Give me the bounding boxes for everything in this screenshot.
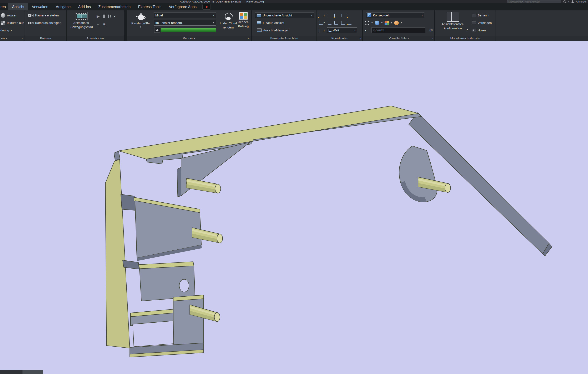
render-target-dropdown[interactable]: Im Fenster rendern ▾ [154, 20, 216, 26]
panel-label-visuelle-stile[interactable]: Visuelle Stile▾ [363, 36, 434, 41]
join-viewport-label: Verbinden [478, 21, 492, 25]
tab-zusammenarbeiten[interactable]: Zusammenarbeiten [94, 3, 134, 10]
panel-visuelle-stile: Konzeptuell ▾ ▾ ▾ ▾ ▾ ◐ Opazität 60 Vi [363, 10, 434, 41]
panel-render: Rendergröße ▾ Mittel ▾ Im Fenster render… [127, 10, 251, 41]
tab-ausgabe[interactable]: Ausgabe [52, 3, 74, 10]
panel-empty [496, 10, 588, 41]
tab-verwalten[interactable]: Verwalten [28, 3, 52, 10]
view-manager-button[interactable]: Ansichts-Manager [257, 27, 288, 33]
join-viewport-button[interactable]: Verbinden [472, 20, 492, 26]
viewport-config-icon [447, 12, 459, 22]
ucs-object-icon[interactable] [348, 21, 351, 25]
play-icon[interactable]: ▶ [97, 14, 100, 19]
contrast-icon[interactable]: ◐ [365, 28, 367, 32]
realistic-sphere-icon[interactable] [394, 20, 399, 25]
chevron-down-icon: ▾ [408, 37, 409, 40]
stop-icon[interactable]: ■ [103, 22, 105, 27]
record-pill-icon[interactable] [202, 4, 211, 10]
model-opening [133, 321, 174, 346]
panel-label-benannte-ansichten[interactable]: Benannte Ansichten [252, 36, 316, 41]
shaded-sphere-icon[interactable] [375, 20, 379, 25]
panel-expander-icon[interactable]: » [431, 36, 433, 40]
ucs-row-2: ▾ [319, 20, 351, 26]
current-view-dropdown[interactable]: Ungesicherte Ansicht ▾ [255, 12, 314, 18]
panel-label-render[interactable]: Render▾ [127, 36, 251, 41]
new-view-button[interactable]: + Neue Ansicht [257, 20, 284, 26]
panel-label-cut[interactable]: en▾ [0, 36, 25, 41]
materials-browser-button[interactable]: rowser [1, 12, 16, 18]
sign-in-label[interactable]: Anmelden [576, 0, 587, 3]
search-icon[interactable] [563, 0, 566, 3]
viewport-config-button[interactable]: Ansichtsfenster- konfiguration [439, 12, 466, 30]
panel-expander-icon[interactable]: » [359, 36, 361, 40]
drawing-viewport[interactable] [0, 41, 588, 374]
ucs-view-icon [319, 21, 323, 25]
chevron-down-icon[interactable]: ▾ [381, 21, 383, 24]
ucs-view-button[interactable]: ▾ [319, 21, 325, 25]
teapot-icon [135, 12, 147, 21]
new-view-icon [257, 21, 262, 25]
ucs-origin-icon[interactable] [341, 14, 345, 17]
restore-viewport-button[interactable]: Holen [472, 27, 486, 33]
ucs-more-button[interactable]: ▾ [319, 29, 325, 32]
visual-style-dropdown[interactable]: Konzeptuell ▾ [366, 12, 424, 18]
ucs-zaxis-icon[interactable] [348, 14, 351, 17]
ucs-world-icon[interactable] [328, 14, 331, 17]
ucs-z-icon[interactable] [341, 21, 345, 25]
teapot-mini-icon [155, 29, 159, 32]
create-camera-button[interactable]: Kamera erstellen [28, 12, 59, 18]
panel-label-animationen[interactable]: Animationen [67, 36, 124, 41]
panel-expander-icon[interactable]: » [22, 36, 23, 40]
document-name: Halterung.dwg [246, 0, 264, 3]
join-viewport-icon [472, 21, 476, 24]
plus-icon: + [262, 21, 264, 25]
motion-path-button[interactable]: Animations- Bewegungspfad [68, 12, 95, 29]
animation-settings-icon[interactable]: ! [108, 14, 111, 19]
chevron-down-icon[interactable]: ▾ [371, 21, 373, 24]
chevron-down-icon: ▾ [213, 21, 214, 24]
render-progress-bar [160, 28, 216, 32]
tab-partial[interactable]: ren [0, 3, 8, 10]
show-cameras-button[interactable]: Kameras anzeigen [28, 20, 61, 26]
ucs-y-icon[interactable] [334, 21, 338, 25]
textured-cube-icon[interactable] [385, 21, 389, 25]
render-catalog-button[interactable]: Render- Katalog [237, 12, 250, 28]
texture-checker-icon [1, 21, 5, 25]
opacity-slider[interactable]: Opazität [371, 28, 425, 33]
user-icon[interactable] [571, 0, 574, 3]
panel-expander-icon[interactable]: » [248, 36, 250, 40]
chevron-down-icon: ▾ [324, 29, 325, 32]
render-size-label: Rendergröße [131, 21, 150, 25]
infocenter-chevron-icon[interactable]: ▾ [568, 1, 569, 3]
order-button[interactable]: dnung ▾ [0, 27, 12, 33]
ucs-x-icon[interactable] [328, 21, 331, 25]
render-quality-dropdown[interactable]: Mittel ▾ [154, 12, 216, 18]
record-icon[interactable]: ● [97, 22, 99, 27]
help-search-input[interactable] [507, 0, 561, 3]
render-size-button[interactable]: Rendergröße ▾ [128, 12, 153, 28]
panel-label-kamera[interactable]: Kamera [25, 36, 66, 41]
chevron-down-icon[interactable]: ▾ [467, 28, 468, 31]
motion-path-label-1: Animations- [73, 21, 90, 25]
tab-verfuegbare-apps[interactable]: Verfügbare Apps [165, 3, 200, 10]
panel-label-koordinaten[interactable]: Koordinaten [317, 36, 362, 41]
pause-icon[interactable] [103, 15, 105, 18]
textures-button[interactable]: Texturen aus ▾ [1, 20, 27, 26]
ucs-named-button[interactable]: ▾ [319, 14, 325, 17]
named-viewport-button[interactable]: Benannt [472, 12, 489, 18]
chevron-down-icon[interactable]: ▾ [114, 15, 115, 18]
app-title: Autodesk AutoCAD 2020 - STUDENTENVERSION [180, 0, 241, 3]
tab-ansicht[interactable]: Ansicht [8, 3, 28, 10]
animation-transport-row: ▶ ! ▾ [97, 13, 115, 19]
panel-label-modellansichtsfenster[interactable]: Modellansichtsfenster [435, 36, 495, 41]
tab-add-ins[interactable]: Add-ins [74, 3, 94, 10]
render-target-value: Im Fenster rendern [155, 21, 182, 25]
ucs-dropdown[interactable]: Welt ▾ [327, 28, 357, 33]
ucs-previous-icon[interactable] [334, 14, 338, 17]
window-title: Autodesk AutoCAD 2020 - STUDENTENVERSION… [180, 0, 264, 3]
wireframe-sphere-icon[interactable] [365, 20, 369, 25]
chevron-down-icon[interactable]: ▾ [391, 21, 392, 24]
chevron-down-icon: ▾ [324, 14, 325, 17]
tab-express-tools[interactable]: Express Tools [134, 3, 165, 10]
chevron-down-icon[interactable]: ▾ [401, 21, 402, 24]
